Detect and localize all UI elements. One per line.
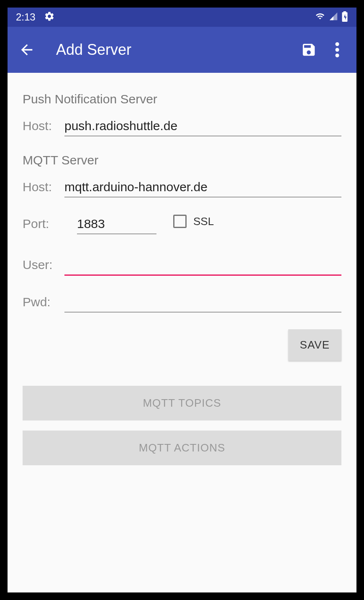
svg-point-0	[336, 42, 339, 46]
mqtt-host-label: Host:	[23, 180, 64, 194]
mqtt-section-title: MQTT Server	[23, 153, 341, 167]
save-icon	[301, 42, 317, 58]
ssl-checkbox[interactable]	[173, 215, 187, 228]
mqtt-topics-button[interactable]: MQTT TOPICS	[23, 386, 341, 421]
gear-icon	[44, 11, 55, 23]
status-bar: 2:13	[8, 8, 356, 27]
back-button[interactable]	[17, 40, 37, 60]
save-button[interactable]: SAVE	[288, 329, 341, 361]
mqtt-user-label: User:	[23, 258, 64, 272]
more-vert-icon	[335, 42, 339, 57]
push-host-input[interactable]	[64, 116, 341, 136]
page-title: Add Server	[56, 41, 290, 59]
battery-charging-icon	[341, 11, 348, 23]
svg-point-2	[336, 54, 339, 57]
push-host-label: Host:	[23, 119, 64, 133]
save-icon-button[interactable]	[299, 40, 319, 60]
content-area: Push Notification Server Host: MQTT Serv…	[8, 73, 356, 592]
ssl-label: SSL	[193, 215, 214, 228]
mqtt-port-label: Port:	[23, 217, 64, 231]
arrow-back-icon	[18, 41, 35, 58]
signal-icon	[329, 12, 338, 23]
overflow-menu-button[interactable]	[327, 40, 347, 60]
app-bar: Add Server	[8, 27, 356, 73]
mqtt-user-input[interactable]	[64, 255, 341, 276]
mqtt-host-input[interactable]	[64, 177, 341, 197]
mqtt-pwd-input[interactable]	[64, 292, 341, 313]
mqtt-port-input[interactable]	[77, 214, 156, 234]
svg-point-1	[336, 48, 339, 52]
wifi-icon	[315, 12, 326, 23]
status-time: 2:13	[16, 11, 36, 23]
mqtt-pwd-label: Pwd:	[23, 295, 64, 309]
mqtt-actions-button[interactable]: MQTT ACTIONS	[23, 431, 341, 465]
push-section-title: Push Notification Server	[23, 92, 341, 106]
